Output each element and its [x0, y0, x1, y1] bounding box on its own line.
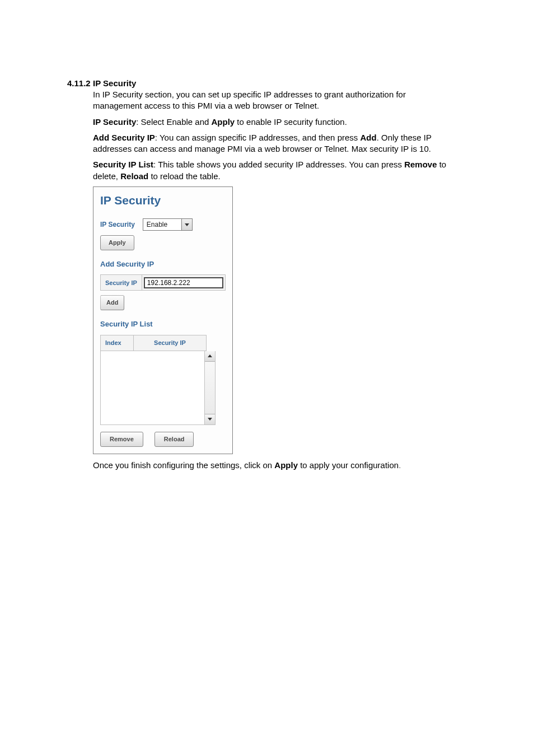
security-ip-list-term: Security IP List [93, 160, 153, 169]
security-ip-list-body[interactable] [101, 351, 204, 424]
security-ip-input-label: Security IP [101, 275, 142, 290]
add-security-ip-paragraph: Add Security IP: You can assign specific… [93, 132, 451, 155]
ip-security-term: IP Security [93, 117, 136, 127]
remove-button[interactable]: Remove [100, 432, 143, 447]
section-number: 4.11.2 [67, 78, 93, 88]
add-security-ip-heading: Add Security IP [100, 259, 226, 269]
security-ip-list-heading: Security IP List [100, 319, 226, 329]
add-security-ip-row: Security IP [100, 274, 226, 291]
section-title: IP Security [93, 78, 136, 88]
text: to apply your configuration [298, 460, 399, 470]
text: : This table shows you added security IP… [153, 160, 404, 169]
security-ip-list-paragraph: Security IP List: This table shows you a… [93, 159, 451, 182]
reload-button[interactable]: Reload [154, 432, 194, 447]
text: . [399, 460, 401, 470]
text: : You can assign specific IP addresses, … [155, 133, 360, 142]
apply-term: Apply [274, 460, 298, 470]
apply-button[interactable]: Apply [100, 235, 134, 250]
text: to enable IP security function. [235, 117, 347, 127]
column-header-security-ip: Security IP [134, 335, 206, 351]
scrollbar[interactable] [204, 351, 215, 424]
chevron-up-icon [208, 354, 212, 357]
closing-paragraph: Once you finish configuring the settings… [93, 460, 451, 471]
scroll-down-button[interactable] [205, 414, 215, 424]
remove-term: Remove [404, 160, 437, 169]
security-ip-input[interactable] [144, 277, 223, 288]
text: : Select Enable and [136, 117, 211, 127]
ip-security-select[interactable]: Enable [143, 218, 193, 231]
ip-security-paragraph: IP Security: Select Enable and Apply to … [93, 116, 451, 128]
text: to reload the table. [148, 171, 220, 181]
security-ip-list-table: Index Security IP [100, 335, 226, 425]
apply-term: Apply [212, 117, 235, 127]
panel-title: IP Security [100, 193, 226, 208]
dropdown-button[interactable] [181, 219, 192, 230]
add-security-ip-term: Add Security IP [93, 133, 155, 142]
ip-security-panel: IP Security IP Security Enable Apply Add… [93, 186, 233, 454]
ip-security-select-label: IP Security [100, 220, 135, 229]
add-button[interactable]: Add [100, 295, 124, 310]
column-header-index: Index [101, 335, 134, 351]
intro-paragraph: In IP Security section, you can set up s… [93, 89, 451, 112]
ip-security-select-value: Enable [143, 220, 181, 229]
chevron-down-icon [208, 418, 212, 421]
chevron-down-icon [185, 223, 189, 226]
reload-term: Reload [120, 171, 148, 181]
text: Once you finish configuring the settings… [93, 460, 274, 470]
scroll-up-button[interactable] [205, 351, 215, 362]
add-term: Add [360, 133, 376, 142]
